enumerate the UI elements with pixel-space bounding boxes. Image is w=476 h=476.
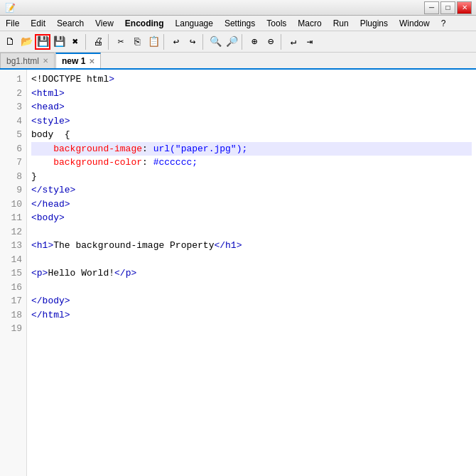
- line-number-3: 3: [3, 100, 22, 114]
- menu-item-edit[interactable]: Edit: [25, 16, 51, 31]
- line-number-11: 11: [3, 211, 22, 225]
- tab-new1[interactable]: new 1✕: [55, 53, 101, 68]
- close-button[interactable]: ✕: [457, 1, 472, 14]
- new-file-button[interactable]: 🗋: [2, 34, 18, 50]
- menu-item-run[interactable]: Run: [328, 16, 355, 31]
- line-number-1: 1: [3, 72, 22, 87]
- copy-button[interactable]: ⎘: [129, 34, 145, 50]
- line-number-6: 6: [3, 142, 22, 156]
- code-line-19: [31, 322, 472, 336]
- line-number-2: 2: [3, 87, 22, 101]
- paste-button[interactable]: 📋: [146, 34, 161, 50]
- menu-item-?[interactable]: ?: [436, 16, 452, 31]
- replace-button[interactable]: 🔎: [224, 34, 239, 50]
- line-number-19: 19: [3, 322, 22, 336]
- code-line-13: <h1>The background-image Property</h1>: [31, 239, 472, 253]
- sep1: [85, 34, 88, 50]
- line-number-9: 9: [3, 183, 22, 198]
- indent-button[interactable]: ⇥: [302, 34, 318, 50]
- save-all-button[interactable]: 💾: [51, 34, 67, 50]
- line-number-4: 4: [3, 114, 22, 129]
- save-button[interactable]: 💾: [35, 34, 50, 50]
- menu-item-window[interactable]: Window: [394, 16, 436, 31]
- line-number-17: 17: [3, 294, 22, 308]
- toolbar: 🗋📂💾💾✖🖨✂⎘📋↩↪🔍🔎⊕⊖↵⇥: [0, 31, 476, 53]
- title-bar: 📝 ─ □ ✕: [0, 0, 476, 16]
- wrap-button[interactable]: ↵: [286, 34, 301, 50]
- menu-item-language[interactable]: Language: [170, 16, 219, 31]
- code-line-2: <html>: [31, 87, 472, 101]
- line-number-7: 7: [3, 156, 22, 170]
- code-line-4: <style>: [31, 114, 472, 129]
- sep5: [242, 34, 244, 50]
- tab-close-btn[interactable]: ✕: [43, 57, 48, 65]
- menu-bar: FileEditSearchViewEncodingLanguageSettin…: [0, 16, 476, 31]
- code-line-8: }: [31, 170, 472, 184]
- line-number-10: 10: [3, 198, 22, 212]
- tab-label: bg1.html: [6, 56, 39, 66]
- app-icon: 📝: [4, 2, 16, 13]
- line-number-12: 12: [3, 225, 22, 239]
- close-button2[interactable]: ✖: [67, 34, 83, 50]
- menu-item-view[interactable]: View: [90, 16, 119, 31]
- print-button[interactable]: 🖨: [90, 34, 106, 50]
- editor: 12345678910111213141516171819 <!DOCTYPE …: [0, 70, 476, 476]
- minimize-button[interactable]: ─: [424, 1, 439, 14]
- code-line-16: [31, 281, 472, 295]
- sep2: [108, 34, 111, 50]
- maximize-button[interactable]: □: [440, 1, 455, 14]
- code-line-18: </html>: [31, 308, 472, 323]
- code-line-9: </style>: [31, 183, 472, 198]
- code-line-11: <body>: [31, 211, 472, 225]
- code-line-3: <head>: [31, 100, 472, 114]
- menu-item-tools[interactable]: Tools: [261, 16, 292, 31]
- redo-button[interactable]: ↪: [185, 34, 200, 50]
- menu-item-search[interactable]: Search: [51, 16, 90, 31]
- line-number-13: 13: [3, 239, 22, 253]
- code-line-15: <p>Hello World!</p>: [31, 266, 472, 281]
- tabs-bar: bg1.html✕new 1✕: [0, 53, 476, 70]
- undo-button[interactable]: ↩: [168, 34, 184, 50]
- menu-item-encoding[interactable]: Encoding: [119, 16, 170, 31]
- tab-label: new 1: [62, 56, 85, 66]
- sep3: [163, 34, 166, 50]
- line-number-8: 8: [3, 170, 22, 184]
- open-button[interactable]: 📂: [18, 34, 34, 50]
- menu-item-plugins[interactable]: Plugins: [355, 16, 394, 31]
- zoom-out-button[interactable]: ⊖: [263, 34, 278, 50]
- tab-bg1html[interactable]: bg1.html✕: [0, 53, 55, 68]
- menu-item-macro[interactable]: Macro: [292, 16, 327, 31]
- code-line-14: [31, 253, 472, 267]
- line-number-18: 18: [3, 308, 22, 323]
- line-number-15: 15: [3, 266, 22, 281]
- menu-item-file[interactable]: File: [0, 16, 25, 31]
- zoom-in-button[interactable]: ⊕: [247, 34, 262, 50]
- sep4: [202, 34, 205, 50]
- sep6: [281, 34, 283, 50]
- line-number-14: 14: [3, 253, 22, 267]
- code-line-5: body {: [31, 128, 472, 142]
- code-line-17: </body>: [31, 294, 472, 308]
- line-numbers: 12345678910111213141516171819: [0, 70, 27, 476]
- line-number-16: 16: [3, 281, 22, 295]
- code-area[interactable]: <!DOCTYPE html><html><head><style>body {…: [27, 70, 476, 476]
- code-line-1: <!DOCTYPE html>: [31, 72, 472, 87]
- menu-item-settings[interactable]: Settings: [219, 16, 261, 31]
- code-line-6: background-image: url("paper.jpg");: [31, 142, 472, 156]
- find-button[interactable]: 🔍: [207, 34, 223, 50]
- code-line-7: background-color: #cccccc;: [31, 156, 472, 170]
- code-line-10: </head>: [31, 198, 472, 212]
- line-number-5: 5: [3, 128, 22, 142]
- code-line-12: [31, 225, 472, 239]
- window-controls: ─ □ ✕: [424, 1, 472, 14]
- cut-button[interactable]: ✂: [113, 34, 129, 50]
- tab-close-btn[interactable]: ✕: [89, 58, 94, 65]
